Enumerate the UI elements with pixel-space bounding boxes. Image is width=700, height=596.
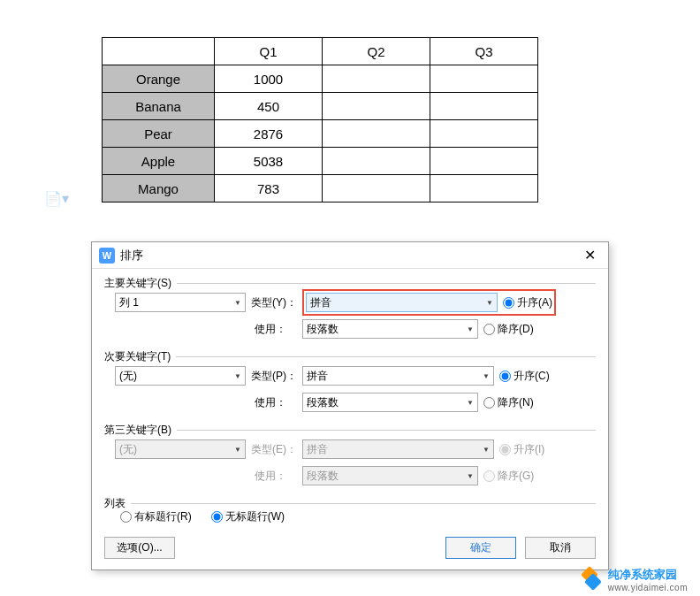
table-row: Apple5038 bbox=[103, 148, 538, 175]
dialog-titlebar: W 排序 ✕ bbox=[92, 242, 608, 269]
type-label: 类型(P)： bbox=[251, 369, 297, 384]
wps-icon: W bbox=[99, 248, 115, 264]
secondary-field-combo[interactable]: (无) bbox=[115, 366, 246, 386]
header-cell: Q1 bbox=[215, 38, 323, 65]
no-header-radio[interactable]: 无标题行(W) bbox=[211, 509, 285, 524]
watermark-name: 纯净系统家园 bbox=[608, 567, 688, 583]
cancel-button[interactable]: 取消 bbox=[525, 537, 596, 559]
header-cell bbox=[103, 38, 215, 65]
tertiary-desc-radio: 降序(G) bbox=[483, 469, 534, 484]
dialog-title: 排序 bbox=[120, 248, 579, 264]
primary-use-combo[interactable]: 段落数 bbox=[302, 319, 478, 339]
tertiary-key-group: 第三关键字(B) (无) 类型(E)： 拼音 升序(I) 使用： 段落数 降序(… bbox=[104, 430, 596, 494]
primary-desc-radio[interactable]: 降序(D) bbox=[483, 322, 534, 337]
tertiary-legend: 第三关键字(B) bbox=[104, 423, 177, 438]
primary-legend: 主要关键字(S) bbox=[104, 276, 177, 291]
document-icon: 📄▾ bbox=[44, 190, 69, 207]
secondary-type-combo[interactable]: 拼音 bbox=[302, 366, 494, 386]
table-header-row: Q1 Q2 Q3 bbox=[103, 38, 538, 65]
list-legend: 列表 bbox=[104, 496, 131, 511]
secondary-key-group: 次要关键字(T) (无) 类型(P)： 拼音 升序(C) 使用： 段落数 降序(… bbox=[104, 356, 596, 421]
type-label: 类型(E)： bbox=[251, 442, 297, 457]
ok-button[interactable]: 确定 bbox=[445, 537, 516, 559]
table-row: Pear2876 bbox=[103, 120, 538, 148]
options-button[interactable]: 选项(O)... bbox=[104, 537, 175, 559]
secondary-legend: 次要关键字(T) bbox=[104, 349, 176, 364]
watermark: 纯净系统家园 www.yidaimei.com bbox=[580, 567, 688, 592]
watermark-logo-icon bbox=[580, 569, 603, 592]
table-row: Mango783 bbox=[103, 175, 538, 202]
header-cell: Q2 bbox=[323, 38, 430, 65]
tertiary-field-combo: (无) bbox=[115, 439, 246, 459]
header-cell: Q3 bbox=[430, 38, 538, 65]
data-table: Q1 Q2 Q3 Orange1000 Banana450 Pear2876 A… bbox=[102, 37, 538, 202]
tertiary-use-combo: 段落数 bbox=[302, 466, 478, 485]
table-row: Banana450 bbox=[103, 93, 538, 120]
type-label: 类型(Y)： bbox=[251, 295, 297, 310]
secondary-use-combo[interactable]: 段落数 bbox=[302, 393, 478, 412]
table-row: Orange1000 bbox=[103, 65, 538, 93]
highlighted-area: 拼音 升序(A) bbox=[302, 289, 556, 316]
sort-dialog: W 排序 ✕ 主要关键字(S) 列 1 类型(Y)： 拼音 升序(A) 使用： … bbox=[91, 241, 609, 570]
secondary-desc-radio[interactable]: 降序(N) bbox=[483, 395, 534, 410]
use-label: 使用： bbox=[255, 322, 286, 337]
secondary-asc-radio[interactable]: 升序(C) bbox=[499, 369, 550, 384]
primary-field-combo[interactable]: 列 1 bbox=[115, 293, 246, 312]
primary-key-group: 主要关键字(S) 列 1 类型(Y)： 拼音 升序(A) 使用： 段落数 降序(… bbox=[104, 283, 596, 348]
watermark-url: www.yidaimei.com bbox=[608, 583, 688, 592]
has-header-radio[interactable]: 有标题行(R) bbox=[120, 509, 192, 524]
tertiary-type-combo: 拼音 bbox=[302, 439, 494, 459]
primary-type-combo[interactable]: 拼音 bbox=[306, 293, 498, 312]
primary-asc-radio[interactable]: 升序(A) bbox=[503, 295, 552, 310]
close-icon[interactable]: ✕ bbox=[579, 247, 601, 264]
use-label: 使用： bbox=[255, 469, 286, 484]
tertiary-asc-radio: 升序(I) bbox=[499, 442, 544, 457]
use-label: 使用： bbox=[255, 395, 286, 410]
list-group: 列表 有标题行(R) 无标题行(W) bbox=[104, 503, 596, 528]
